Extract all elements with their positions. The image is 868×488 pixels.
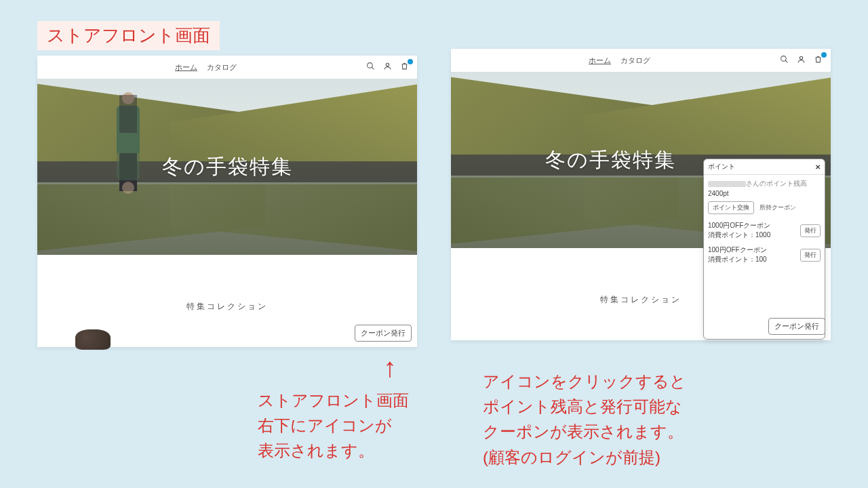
user-icon[interactable] bbox=[797, 55, 806, 66]
coupon-issue-button[interactable]: クーポン発行 bbox=[355, 325, 412, 342]
coupon-name: 1000円OFFクーポン bbox=[708, 221, 770, 230]
top-nav: ホーム カタログ bbox=[451, 49, 831, 72]
svg-point-2 bbox=[386, 63, 389, 66]
tab-exchange[interactable]: ポイント交換 bbox=[708, 201, 754, 214]
collection-heading: 特集コレクション bbox=[37, 301, 417, 312]
points-popup: ポイント ✕ さんのポイント残高 2400pt ポイント交換 所持クーポン 10… bbox=[703, 159, 825, 340]
search-icon[interactable] bbox=[780, 55, 789, 66]
svg-point-0 bbox=[368, 63, 373, 68]
issue-button[interactable]: 発行 bbox=[800, 249, 821, 262]
popup-user-line: さんのポイント残高 bbox=[708, 179, 821, 188]
caption-left: ストアフロント画面右下にアイコンが表示されます。 bbox=[258, 388, 409, 464]
cart-icon[interactable] bbox=[400, 62, 409, 73]
arrow-up-icon: ↑ bbox=[383, 352, 397, 383]
svg-point-5 bbox=[800, 56, 802, 59]
coupon-cost: 消費ポイント：1000 bbox=[708, 230, 770, 240]
top-nav: ホーム カタログ bbox=[37, 56, 417, 79]
slide-title: ストアフロント画面 bbox=[37, 21, 220, 50]
close-icon[interactable]: ✕ bbox=[815, 163, 821, 171]
tab-owned[interactable]: 所持クーポン bbox=[760, 202, 796, 214]
cart-badge bbox=[408, 59, 413, 64]
hero-banner: 冬の手袋特集 bbox=[37, 79, 417, 255]
nav-home[interactable]: ホーム bbox=[175, 62, 197, 73]
user-name-redacted bbox=[708, 181, 746, 187]
nav-catalog[interactable]: カタログ bbox=[207, 62, 237, 73]
coupon-row: 100円OFFクーポン 消費ポイント：100 発行 bbox=[708, 243, 821, 267]
issue-button[interactable]: 発行 bbox=[800, 224, 821, 237]
cart-badge bbox=[821, 52, 827, 58]
nav-home[interactable]: ホーム bbox=[589, 56, 611, 66]
coupon-issue-button[interactable]: クーポン発行 bbox=[768, 318, 825, 335]
coupon-row: 1000円OFFクーポン 消費ポイント：1000 発行 bbox=[708, 218, 821, 243]
svg-line-1 bbox=[372, 67, 374, 69]
storefront-left: ホーム カタログ 冬の手袋特集 特集コレクション クーポン発行 bbox=[37, 56, 417, 347]
svg-line-4 bbox=[785, 60, 787, 62]
popup-title: ポイント bbox=[708, 162, 735, 171]
coupon-cost: 消費ポイント：100 bbox=[708, 255, 767, 264]
storefront-right: ホーム カタログ 冬の手袋特集 特集コレクション ポイント ✕ bbox=[451, 49, 831, 340]
coupon-name: 100円OFFクーポン bbox=[708, 245, 767, 255]
svg-point-3 bbox=[781, 56, 787, 62]
hero-title: 冬の手袋特集 bbox=[162, 153, 293, 181]
points-balance: 2400pt bbox=[708, 190, 821, 197]
hero-title: 冬の手袋特集 bbox=[545, 146, 676, 174]
user-icon[interactable] bbox=[383, 62, 392, 73]
cart-icon[interactable] bbox=[814, 55, 823, 66]
nav-catalog[interactable]: カタログ bbox=[620, 56, 650, 66]
search-icon[interactable] bbox=[366, 62, 375, 73]
glove-thumbnail bbox=[75, 329, 111, 350]
caption-right: アイコンをクリックするとポイント残高と発行可能なクーポンが表示されます。(顧客の… bbox=[483, 369, 686, 470]
